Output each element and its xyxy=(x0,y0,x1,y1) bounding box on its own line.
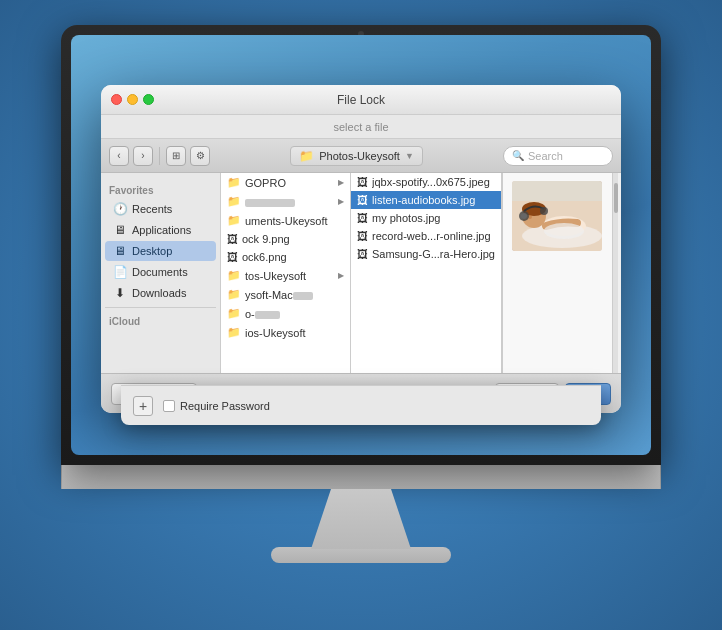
list-item[interactable]: 📁 o- xyxy=(221,304,350,323)
image-icon: 🖼 xyxy=(357,194,368,206)
sidebar-item-applications-label: Applications xyxy=(132,224,191,236)
dialog-title: File Lock xyxy=(337,93,385,107)
forward-button[interactable]: › xyxy=(133,146,153,166)
image-icon: 🖼 xyxy=(357,230,368,242)
file-name: ock6.png xyxy=(242,251,344,263)
file-name: jqbx-spotify...0x675.jpeg xyxy=(372,176,495,188)
image-icon: 🖼 xyxy=(227,251,238,263)
applications-icon: 🖥 xyxy=(113,223,127,237)
list-item[interactable]: 🖼 ock6.png xyxy=(221,248,350,266)
location-pill[interactable]: 📁 Photos-Ukeysoft ▼ xyxy=(290,146,423,166)
file-name: uments-Ukeysoft xyxy=(245,215,344,227)
traffic-lights xyxy=(111,94,154,105)
list-item[interactable]: 📁 ysoft-Mac xyxy=(221,285,350,304)
sidebar-item-documents-label: Documents xyxy=(132,266,188,278)
sidebar-item-recents[interactable]: 🕐 Recents xyxy=(105,199,216,219)
filelock-bottom-bar: + Require Password xyxy=(121,385,601,425)
imac-chin xyxy=(61,465,661,489)
toolbar-separator xyxy=(159,147,160,165)
view-button[interactable]: ⊞ xyxy=(166,146,186,166)
action-button[interactable]: ⚙ xyxy=(190,146,210,166)
desktop-icon: 🖥 xyxy=(113,244,127,258)
documents-icon: 📄 xyxy=(113,265,127,279)
list-item[interactable]: 🖼 Samsung-G...ra-Hero.jpg xyxy=(351,245,501,263)
view-icon: ⊞ xyxy=(172,150,180,161)
file-name: ysoft-Mac xyxy=(245,289,344,301)
list-item[interactable]: 📁 GOPRO ▶ xyxy=(221,173,350,192)
dialog-subtitle-text: select a file xyxy=(333,121,388,133)
folder-icon: 📁 xyxy=(227,269,241,282)
minimize-button[interactable] xyxy=(127,94,138,105)
require-password-label: Require Password xyxy=(180,400,270,412)
imac-bezel: File Lock select a file ‹ › xyxy=(61,25,661,465)
sidebar-item-applications[interactable]: 🖥 Applications xyxy=(105,220,216,240)
list-item[interactable]: 🖼 record-web...r-online.jpg xyxy=(351,227,501,245)
icloud-label: iCloud xyxy=(101,312,220,329)
sidebar-item-desktop[interactable]: 🖥 Desktop xyxy=(105,241,216,261)
back-icon: ‹ xyxy=(117,150,120,161)
scrollbar[interactable] xyxy=(612,173,618,373)
list-item[interactable]: 🖼 my photos.jpg xyxy=(351,209,501,227)
favorites-label: Favorites xyxy=(101,181,220,198)
list-item[interactable]: 📁 ▶ xyxy=(221,192,350,211)
chevron-down-icon: ▼ xyxy=(405,151,414,161)
preview-image xyxy=(512,181,602,251)
recents-icon: 🕐 xyxy=(113,202,127,216)
image-icon: 🖼 xyxy=(357,248,368,260)
file-name: Samsung-G...ra-Hero.jpg xyxy=(372,248,495,260)
file-column-2: 🖼 jqbx-spotify...0x675.jpeg 🖼 listen-aud… xyxy=(351,173,502,373)
search-icon: 🔍 xyxy=(512,150,524,161)
file-name: GOPRO xyxy=(245,177,334,189)
dialog-titlebar: File Lock xyxy=(101,85,621,115)
file-name: ios-Ukeysoft xyxy=(245,327,344,339)
folder-icon: 📁 xyxy=(227,195,241,208)
list-item[interactable]: 🖼 jqbx-spotify...0x675.jpeg xyxy=(351,173,501,191)
file-name: tos-Ukeysoft xyxy=(245,270,334,282)
imac-screen: File Lock select a file ‹ › xyxy=(71,35,651,455)
svg-point-9 xyxy=(544,223,584,239)
sidebar-item-documents[interactable]: 📄 Documents xyxy=(105,262,216,282)
add-file-button[interactable]: + xyxy=(133,396,153,416)
sidebar-item-desktop-label: Desktop xyxy=(132,245,172,257)
svg-point-8 xyxy=(540,207,548,215)
folder-icon: 📁 xyxy=(227,288,241,301)
list-item[interactable]: 📁 tos-Ukeysoft ▶ xyxy=(221,266,350,285)
list-item[interactable]: 🖼 listen-audiobooks.jpg xyxy=(351,191,501,209)
file-name: record-web...r-online.jpg xyxy=(372,230,495,242)
sidebar-divider xyxy=(105,307,216,308)
chevron-right-icon: ▶ xyxy=(338,271,344,280)
search-box[interactable]: 🔍 Search xyxy=(503,146,613,166)
file-name: ock 9.png xyxy=(242,233,344,245)
require-password-option[interactable]: Require Password xyxy=(163,400,270,412)
svg-rect-10 xyxy=(512,181,602,201)
list-item[interactable]: 📁 uments-Ukeysoft xyxy=(221,211,350,230)
maximize-button[interactable] xyxy=(143,94,154,105)
sidebar-item-downloads-label: Downloads xyxy=(132,287,186,299)
folder-icon: 📁 xyxy=(227,326,241,339)
toolbar-location: 📁 Photos-Ukeysoft ▼ xyxy=(214,146,499,166)
file-name xyxy=(245,196,334,208)
image-icon: 🖼 xyxy=(357,176,368,188)
file-name: listen-audiobooks.jpg xyxy=(372,194,495,206)
file-column-1: 📁 GOPRO ▶ 📁 ▶ 📁 xyxy=(221,173,351,373)
require-password-checkbox[interactable] xyxy=(163,400,175,412)
chevron-right-icon: ▶ xyxy=(338,178,344,187)
file-open-dialog: File Lock select a file ‹ › xyxy=(101,85,621,413)
imac-stand-base xyxy=(271,547,451,563)
list-item[interactable]: 🖼 ock 9.png xyxy=(221,230,350,248)
back-button[interactable]: ‹ xyxy=(109,146,129,166)
svg-point-7 xyxy=(521,213,527,219)
dialog-content: Favorites 🕐 Recents 🖥 Applications 🖥 xyxy=(101,173,621,373)
gear-icon: ⚙ xyxy=(196,150,205,161)
sidebar-item-downloads[interactable]: ⬇ Downloads xyxy=(105,283,216,303)
sidebar: Favorites 🕐 Recents 🖥 Applications 🖥 xyxy=(101,173,221,373)
dialog-toolbar: ‹ › ⊞ ⚙ 📁 xyxy=(101,139,621,173)
list-item[interactable]: 📁 ios-Ukeysoft xyxy=(221,323,350,342)
close-button[interactable] xyxy=(111,94,122,105)
folder-icon: 📁 xyxy=(299,149,314,163)
imac-stand xyxy=(311,489,411,549)
folder-icon: 📁 xyxy=(227,176,241,189)
chevron-right-icon: ▶ xyxy=(338,197,344,206)
forward-icon: › xyxy=(141,150,144,161)
plus-icon: + xyxy=(139,398,147,414)
